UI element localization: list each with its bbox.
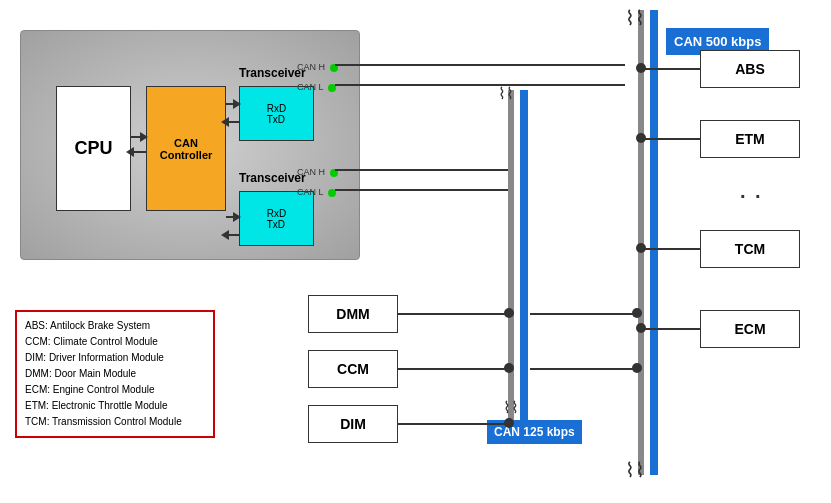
line-abs [644, 68, 700, 70]
transceiver-bottom-block: RxDTxD [239, 191, 314, 246]
line-etm [644, 138, 700, 140]
dot-abs [636, 63, 646, 73]
arrowhead-can-cpu [126, 147, 134, 157]
legend-dim: DIM: Driver Information Module [25, 350, 205, 366]
arrowhead-bottom-back [221, 230, 229, 240]
dot-etm [636, 133, 646, 143]
dot-tcm [636, 243, 646, 253]
dot-dmm-500 [632, 308, 642, 318]
ecm-label: ECM [734, 321, 765, 337]
line-can-l-bottom-125 [335, 189, 510, 191]
line-dmm [398, 313, 510, 315]
dot-ccm-125 [504, 363, 514, 373]
line-ccm-500 [530, 368, 635, 370]
coil-125-bottom: ⌇⌇ [503, 400, 519, 416]
can-h-top-label: CAN H [297, 62, 338, 72]
legend-ccm: CCM: Climate Control Module [25, 334, 205, 350]
ccm-label: CCM [337, 361, 369, 377]
legend-abs: ABS: Antilock Brake System [25, 318, 205, 334]
line-dmm-500 [530, 313, 635, 315]
module-tcm: TCM [700, 230, 800, 268]
transceiver-bottom-rxtx: RxDTxD [267, 208, 286, 230]
dot-ccm-500 [632, 363, 642, 373]
can-controller-block: CANController [146, 86, 226, 211]
cpu-label: CPU [74, 138, 112, 159]
can-l-top-label: CAN L [297, 82, 336, 92]
transceiver-top-block: RxDTxD [239, 86, 314, 141]
coil-500-top: ⌇⌇ [625, 6, 645, 30]
etm-label: ETM [735, 131, 765, 147]
line-tcm [644, 248, 700, 250]
line-can-l-top-500 [335, 84, 625, 86]
transceiver-top-rxtx: RxDTxD [267, 103, 286, 125]
line-can-h-bottom-125 [335, 169, 510, 171]
line-can-h-top-500 [335, 64, 625, 66]
dot-ecm [636, 323, 646, 333]
coil-125-top: ⌇⌇ [498, 86, 514, 102]
tcm-label: TCM [735, 241, 765, 257]
cpu-block: CPU [56, 86, 131, 211]
arrowhead-bottom [233, 212, 241, 222]
legend-dmm: DMM: Door Main Module [25, 366, 205, 382]
module-abs: ABS [700, 50, 800, 88]
legend-box: ABS: Antilock Brake System CCM: Climate … [15, 310, 215, 438]
dot-dim-125 [504, 418, 514, 428]
module-etm: ETM [700, 120, 800, 158]
line-ecm [644, 328, 700, 330]
transceiver-bottom-label: Transceiver [239, 171, 306, 185]
dim-label: DIM [340, 416, 366, 432]
module-dmm: DMM [308, 295, 398, 333]
legend-tcm: TCM: Transmission Control Module [25, 414, 205, 430]
transceiver-top-label: Transceiver [239, 66, 306, 80]
bus-line-blue-125 [520, 90, 528, 420]
arrowhead-top [233, 99, 241, 109]
dmm-label: DMM [336, 306, 369, 322]
arrowhead-cpu-can [140, 132, 148, 142]
can-h-bottom-label: CAN H [297, 167, 338, 177]
legend-etm: ETM: Electronic Throttle Module [25, 398, 205, 414]
can-l-bottom-label: CAN L [297, 187, 336, 197]
can-controller-label: CANController [160, 137, 213, 161]
bus-line-blue-500 [650, 10, 658, 475]
module-ccm: CCM [308, 350, 398, 388]
dot-dmm-125 [504, 308, 514, 318]
line-dim [398, 423, 510, 425]
dots-right: · · [740, 185, 763, 208]
line-ccm [398, 368, 510, 370]
arrowhead-top-back [221, 117, 229, 127]
module-dim: DIM [308, 405, 398, 443]
diagram-container: CPU CANController Transceiver RxDTxD Tra… [0, 0, 831, 503]
module-ecm: ECM [700, 310, 800, 348]
legend-ecm: ECM: Engine Control Module [25, 382, 205, 398]
coil-500-bottom: ⌇⌇ [625, 458, 645, 482]
abs-label: ABS [735, 61, 765, 77]
